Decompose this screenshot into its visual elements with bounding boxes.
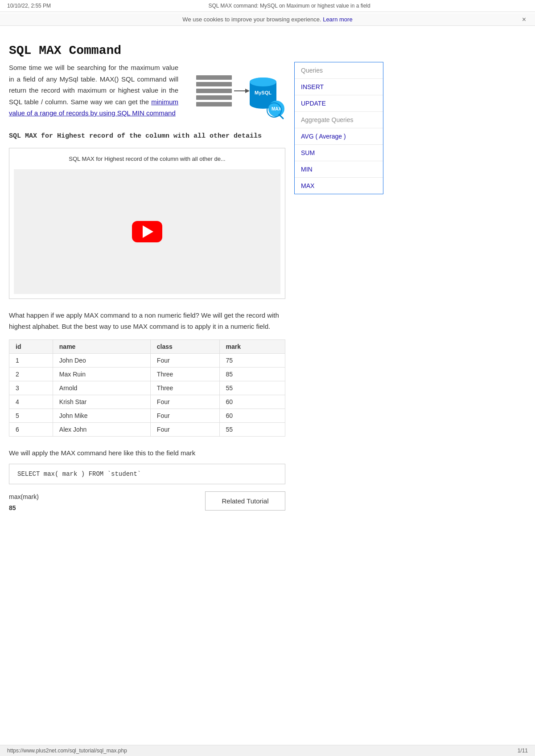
timestamp: 10/10/22, 2:55 PM [7, 3, 51, 9]
cookie-bar: We use cookies to improve your browsing … [0, 13, 535, 26]
table-cell: Three [150, 367, 219, 381]
table-cell: Four [150, 409, 219, 422]
aggregate-label: Aggregate Queries [295, 111, 383, 128]
table-cell: 4 [9, 395, 53, 409]
queries-label: Queries [295, 62, 383, 78]
table-row: 4Krish StarFour60 [9, 395, 285, 409]
table-cell: Krish Star [53, 395, 150, 409]
content-area: Some time we will be searching for the m… [9, 62, 285, 514]
learn-more-link[interactable]: Learn more [323, 16, 352, 23]
table-cell: 3 [9, 381, 53, 395]
table-cell: 55 [219, 381, 285, 395]
svg-rect-4 [196, 102, 232, 106]
top-bar: 10/10/22, 2:55 PM SQL MAX command: MySQL… [0, 0, 535, 12]
table-cell: 85 [219, 367, 285, 381]
svg-rect-3 [196, 95, 232, 100]
hero-image: MySQL MAX [187, 62, 285, 124]
result-field-value: 85 [9, 503, 39, 514]
sidebar-link-sum[interactable]: SUM [295, 144, 383, 161]
table-cell: 1 [9, 353, 53, 367]
video-title: SQL MAX for Highest record of the column… [14, 153, 280, 165]
related-tutorial-button[interactable]: Related Tutorial [205, 491, 285, 511]
result-section: max(mark) 85 Related Tutorial [9, 491, 285, 514]
intro-text: Some time we will be searching for the m… [9, 62, 178, 119]
video-container: SQL MAX for Highest record of the column… [9, 148, 285, 299]
table-row: 2Max RuinThree85 [9, 367, 285, 381]
table-cell: Arnold [53, 381, 150, 395]
student-table: id name class mark 1John DeoFour752Max R… [9, 339, 285, 437]
sidebar-queries-box: Queries INSERT UPDATE Aggregate Queries … [294, 62, 383, 194]
table-cell: Three [150, 381, 219, 395]
col-class: class [150, 339, 219, 353]
sidebar-link-update[interactable]: UPDATE [295, 95, 383, 111]
sidebar: Queries INSERT UPDATE Aggregate Queries … [294, 62, 383, 514]
sidebar-link-max[interactable]: MAX [295, 177, 383, 194]
intro-section: Some time we will be searching for the m… [9, 62, 285, 124]
youtube-icon[interactable] [132, 221, 162, 242]
sidebar-link-min[interactable]: MIN [295, 161, 383, 177]
table-row: 1John DeoFour75 [9, 353, 285, 367]
svg-rect-1 [196, 82, 232, 86]
table-cell: 55 [219, 422, 285, 436]
sidebar-link-avg[interactable]: AVG ( Average ) [295, 128, 383, 144]
table-cell: Four [150, 422, 219, 436]
result-field-name: max(mark) [9, 491, 39, 503]
page-title: SQL MAX Command [9, 44, 526, 57]
table-cell: 5 [9, 409, 53, 422]
table-row: 3ArnoldThree55 [9, 381, 285, 395]
svg-rect-0 [196, 75, 232, 80]
table-cell: Four [150, 353, 219, 367]
sql-code-box: SELECT max( mark ) FROM `student` [9, 464, 285, 484]
svg-rect-2 [196, 89, 232, 93]
result-box: max(mark) 85 [9, 491, 39, 514]
svg-text:MAX: MAX [272, 106, 282, 111]
col-name: name [53, 339, 150, 353]
table-cell: Four [150, 395, 219, 409]
table-row: 5John MikeFour60 [9, 409, 285, 422]
table-cell: 60 [219, 409, 285, 422]
hero-svg: MySQL MAX [187, 62, 285, 124]
table-cell: John Deo [53, 353, 150, 367]
cookie-close-button[interactable]: × [522, 16, 526, 24]
table-cell: 2 [9, 367, 53, 381]
table-cell: 60 [219, 395, 285, 409]
sql-code: SELECT max( mark ) FROM `student` [17, 470, 141, 478]
table-cell: Max Ruin [53, 367, 150, 381]
page-title-meta: SQL MAX command: MySQL on Maximum or hig… [208, 3, 370, 9]
sidebar-link-insert[interactable]: INSERT [295, 78, 383, 95]
section-heading: SQL MAX for Highest record of the column… [9, 131, 285, 142]
col-id: id [9, 339, 53, 353]
svg-text:MySQL: MySQL [255, 90, 272, 95]
video-play-button[interactable] [14, 169, 280, 294]
col-mark: mark [219, 339, 285, 353]
table-cell: John Mike [53, 409, 150, 422]
svg-marker-6 [245, 89, 250, 93]
apply-text: We will apply the MAX command here like … [9, 447, 285, 459]
cookie-message: We use cookies to improve your browsing … [182, 16, 321, 23]
body-text: What happen if we apply MAX command to a… [9, 310, 285, 332]
table-cell: Alex John [53, 422, 150, 436]
table-cell: 6 [9, 422, 53, 436]
table-row: 6Alex JohnFour55 [9, 422, 285, 436]
table-cell: 75 [219, 353, 285, 367]
svg-point-10 [250, 78, 276, 86]
